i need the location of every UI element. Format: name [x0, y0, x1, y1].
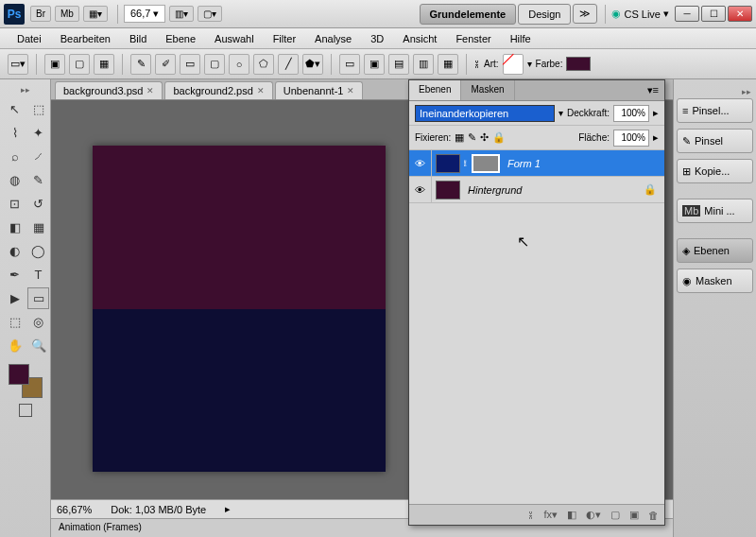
lock-position-button[interactable]: ✣ — [480, 131, 489, 144]
marquee-tool[interactable]: ⬚ — [27, 98, 49, 120]
path-add-button[interactable]: ▣ — [364, 54, 385, 75]
doc-tab-2[interactable]: Unbenannt-1✕ — [275, 81, 364, 99]
line-shape-button[interactable]: ╱ — [278, 54, 299, 75]
paths-button[interactable]: ▢ — [69, 54, 90, 75]
quick-select-tool[interactable]: ✦ — [27, 122, 49, 144]
new-layer-button[interactable]: ▣ — [629, 509, 639, 521]
window-close-button[interactable]: ✕ — [728, 6, 752, 22]
shape-layer-button[interactable]: ▣ — [44, 54, 65, 75]
fill-slider-arrow[interactable]: ▸ — [653, 131, 659, 144]
bridge-button[interactable]: Br — [30, 6, 51, 22]
eyedropper-tool[interactable]: ⟋ — [27, 146, 49, 167]
close-icon[interactable]: ✕ — [146, 86, 154, 95]
dock-button-ebenen[interactable]: ◈Ebenen — [677, 238, 753, 263]
menu-analyse[interactable]: Analyse — [305, 30, 361, 47]
zoom-tool[interactable]: 🔍 — [27, 335, 49, 356]
gradient-tool[interactable]: ▦ — [27, 217, 49, 238]
ellipse-shape-button[interactable]: ○ — [229, 54, 249, 75]
adjustment-layer-button[interactable]: ◐▾ — [586, 509, 601, 521]
pen-mode-button[interactable]: ✎ — [130, 54, 151, 75]
menu-ebene[interactable]: Ebene — [156, 30, 205, 47]
close-icon[interactable]: ✕ — [257, 86, 265, 95]
tool-preset-picker[interactable]: ▭▾ — [8, 54, 28, 75]
view-extras-button[interactable]: ▦▾ — [83, 6, 108, 22]
3d-camera-tool[interactable]: ◎ — [27, 311, 49, 333]
blend-mode-select[interactable] — [415, 105, 555, 122]
vector-mask-link-icon[interactable]: ⩈ — [463, 159, 468, 168]
delete-layer-button[interactable]: 🗑 — [648, 510, 659, 521]
rectangle-shape-button[interactable]: ▭ — [180, 54, 200, 75]
layer-list[interactable]: 👁 ⩈ Form 1 👁 Hintergrund 🔒 — [409, 150, 664, 504]
fill-input[interactable] — [613, 130, 649, 147]
arrange-documents-button[interactable]: ▥▾ — [169, 6, 194, 22]
zoom-readout[interactable]: 66,67% — [57, 504, 92, 515]
opacity-slider-arrow[interactable]: ▸ — [653, 107, 659, 119]
workspace-grundelemente[interactable]: Grundelemente — [420, 4, 517, 25]
dock-button-pinsel[interactable]: ✎Pinsel — [677, 129, 753, 153]
visibility-toggle[interactable]: 👁 — [409, 150, 432, 176]
lock-image-button[interactable]: ✎ — [468, 131, 476, 144]
layer-group-button[interactable]: ▢ — [610, 509, 620, 521]
menu-filter[interactable]: Filter — [264, 30, 305, 47]
3d-tool[interactable]: ⬚ — [4, 311, 26, 333]
path-new-button[interactable]: ▭ — [339, 54, 360, 75]
workspace-design[interactable]: Design — [518, 4, 571, 25]
eraser-tool[interactable]: ◧ — [4, 217, 26, 238]
panel-tab-ebenen[interactable]: Ebenen — [409, 80, 461, 100]
window-minimize-button[interactable]: ─ — [675, 6, 699, 22]
style-picker[interactable] — [503, 54, 524, 75]
menu-fenster[interactable]: Fenster — [446, 30, 500, 47]
workspace-more-button[interactable]: ≫ — [573, 4, 597, 24]
layer-style-button[interactable]: fx▾ — [543, 509, 558, 521]
lasso-tool[interactable]: ⌇ — [4, 122, 26, 144]
menu-hilfe[interactable]: Hilfe — [501, 30, 541, 47]
polygon-shape-button[interactable]: ⬠ — [253, 54, 274, 75]
doc-tab-1[interactable]: background2.psd✕ — [164, 81, 272, 99]
menu-ansicht[interactable]: Ansicht — [393, 30, 446, 47]
pen-tool[interactable]: ✒ — [4, 264, 26, 286]
lock-all-button[interactable]: 🔒 — [492, 131, 506, 144]
dodge-tool[interactable]: ◯ — [27, 240, 49, 262]
dock-button-minibridge[interactable]: MbMini ... — [677, 199, 753, 223]
vector-mask-thumbnail[interactable] — [472, 154, 500, 173]
menu-bild[interactable]: Bild — [120, 30, 156, 47]
document-size-readout[interactable]: Dok: 1,03 MB/0 Byte — [111, 504, 206, 515]
menu-bearbeiten[interactable]: Bearbeiten — [51, 30, 120, 47]
menu-3d[interactable]: 3D — [361, 30, 393, 47]
path-exclude-button[interactable]: ▦ — [438, 54, 458, 75]
close-icon[interactable]: ✕ — [347, 86, 354, 95]
canvas[interactable] — [93, 146, 386, 472]
doc-tab-0[interactable]: background3.psd✕ — [55, 81, 163, 99]
minibridge-button[interactable]: Mb — [55, 6, 79, 22]
path-subtract-button[interactable]: ▤ — [388, 54, 409, 75]
cs-live-button[interactable]: ◉CS Live ▾ — [611, 8, 669, 20]
custom-shape-button[interactable]: ⬟▾ — [302, 54, 323, 75]
layer-thumbnail[interactable] — [436, 154, 460, 173]
window-maximize-button[interactable]: ☐ — [701, 6, 726, 22]
layer-row-form1[interactable]: 👁 ⩈ Form 1 — [409, 150, 664, 177]
layer-mask-button[interactable]: ◧ — [567, 509, 576, 521]
menu-auswahl[interactable]: Auswahl — [205, 30, 264, 47]
visibility-toggle[interactable]: 👁 — [409, 177, 432, 202]
screen-mode-button[interactable]: ▢▾ — [198, 6, 222, 22]
type-tool[interactable]: T — [27, 264, 49, 286]
brush-tool[interactable]: ✎ — [27, 169, 49, 191]
rectangle-tool[interactable]: ▭ — [27, 287, 49, 309]
path-select-tool[interactable]: ▶ — [4, 287, 26, 309]
layer-name[interactable]: Hintergrund — [468, 184, 522, 196]
healing-brush-tool[interactable]: ◍ — [4, 169, 26, 191]
layer-row-background[interactable]: 👁 Hintergrund 🔒 — [409, 177, 664, 203]
dock-button-masken[interactable]: ◉Masken — [677, 268, 753, 293]
panel-tab-masken[interactable]: Masken — [461, 80, 514, 100]
dock-button-pinsel-preset[interactable]: ≡Pinsel... — [677, 98, 753, 123]
dock-button-kopie[interactable]: ⊞Kopie... — [677, 159, 753, 183]
status-menu-arrow[interactable]: ▸ — [225, 503, 231, 515]
fill-pixels-button[interactable]: ▦ — [94, 54, 114, 75]
history-brush-tool[interactable]: ↺ — [27, 193, 49, 215]
blur-tool[interactable]: ◐ — [4, 240, 26, 262]
opacity-input[interactable] — [613, 105, 649, 122]
lock-transparency-button[interactable]: ▦ — [455, 131, 464, 144]
panel-menu-button[interactable]: ▾≡ — [642, 80, 664, 100]
quickmask-button[interactable] — [19, 404, 32, 417]
foreground-color[interactable] — [9, 364, 29, 385]
